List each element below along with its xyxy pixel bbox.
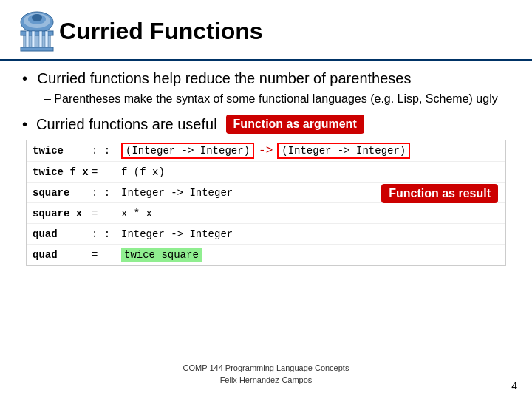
- bullet-1: • Curried functions help reduce the numb…: [22, 69, 510, 88]
- code-body-twice-def: f (f x): [121, 166, 499, 178]
- code-op-twice: : :: [92, 145, 121, 157]
- code-op-square-def: =: [92, 208, 121, 219]
- highlight-integer-integer-2: (Integer -> Integer): [277, 143, 410, 159]
- code-row-square-def: square x = x * x: [27, 203, 505, 224]
- code-body-square-def: x * x: [121, 208, 499, 219]
- page-title: Curried Functions: [59, 18, 263, 45]
- code-op-square: : :: [92, 187, 121, 199]
- code-op-twice-def: =: [92, 166, 121, 178]
- bullet-2: • Curried functions are useful Function …: [22, 115, 510, 134]
- svg-rect-8: [39, 31, 42, 49]
- bullet-dot-2: •: [22, 116, 27, 133]
- function-arg-badge: Function as argument: [226, 115, 364, 134]
- highlight-twice-square: twice square: [121, 248, 202, 262]
- function-result-badge: Function as result: [381, 184, 498, 203]
- svg-rect-7: [32, 31, 35, 49]
- logo-icon: [15, 9, 59, 53]
- code-body-quad-def: twice square: [121, 248, 499, 262]
- page-number: 4: [511, 380, 517, 392]
- svg-rect-10: [21, 47, 53, 51]
- code-op-quad-def: =: [92, 249, 121, 261]
- svg-rect-9: [45, 31, 48, 49]
- svg-rect-6: [26, 31, 29, 49]
- code-name-square-x: square x: [33, 208, 92, 219]
- code-op-quad: : :: [92, 228, 121, 240]
- code-body-twice: (Integer -> Integer) -> (Integer -> Inte…: [121, 143, 499, 159]
- code-name-quad: quad: [33, 228, 92, 240]
- sub-item-1: – Parentheses make the syntax of some fu…: [44, 91, 510, 107]
- bullet-dot-1: •: [22, 70, 27, 86]
- bullet-1-text: Curried functions help reduce the number…: [38, 70, 412, 86]
- code-name-twice-fx: twice f x: [33, 166, 92, 178]
- code-body-quad: Integer -> Integer: [121, 228, 499, 240]
- slide-footer: COMP 144 Programming Language Concepts F…: [0, 363, 532, 386]
- code-row-square-type: square : : Integer -> Integer Function a…: [27, 183, 505, 203]
- code-name-twice: twice: [33, 145, 92, 157]
- slide: Curried Functions • Curried functions he…: [0, 0, 532, 399]
- bullet-2-text: Curried functions are useful: [36, 116, 217, 133]
- code-table: twice : : (Integer -> Integer) -> (Integ…: [26, 140, 506, 266]
- code-name-square: square: [33, 187, 92, 199]
- footer-line1: COMP 144 Programming Language Concepts: [0, 363, 532, 374]
- code-row-twice-type: twice : : (Integer -> Integer) -> (Integ…: [27, 140, 505, 162]
- highlight-integer-integer-1: (Integer -> Integer): [121, 143, 254, 159]
- svg-rect-4: [21, 31, 53, 35]
- code-row-quad-type: quad : : Integer -> Integer: [27, 224, 505, 245]
- code-name-quad-def: quad: [33, 249, 92, 261]
- code-row-quad-def: quad = twice square: [27, 245, 505, 265]
- svg-point-3: [32, 14, 42, 21]
- code-row-twice-def: twice f x = f (f x): [27, 162, 505, 183]
- arrow-1: ->: [259, 144, 273, 157]
- slide-header: Curried Functions: [0, 0, 532, 61]
- footer-line2: Felix Hernandez-Campos: [0, 375, 532, 386]
- sub-item-1-text: – Parentheses make the syntax of some fu…: [44, 92, 498, 105]
- slide-content: • Curried functions help reduce the numb…: [0, 69, 532, 266]
